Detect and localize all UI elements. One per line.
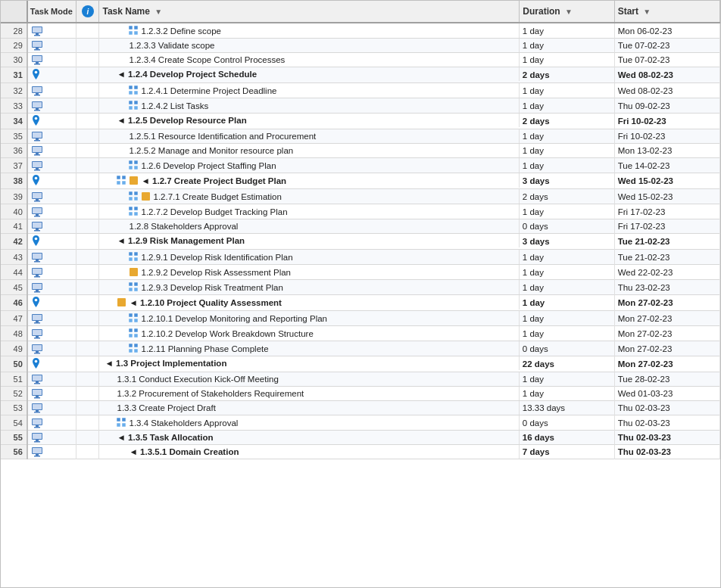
table-row[interactable]: 42◄ 1.2.9 Risk Management Plan3 daysTue …	[1, 234, 720, 250]
start-sort-icon[interactable]: ▼	[643, 8, 651, 16]
table-row[interactable]: 511.3.1 Conduct Execution Kick-Off Meeti…	[1, 372, 720, 387]
svg-rect-104	[34, 322, 40, 324]
col-header-start[interactable]: Start ▼	[614, 1, 719, 23]
svg-rect-144	[117, 423, 120, 427]
monitor-icon	[31, 131, 43, 142]
svg-rect-98	[134, 288, 138, 291]
info-cell	[76, 445, 99, 459]
info-cell	[76, 250, 99, 265]
svg-rect-74	[33, 222, 42, 228]
table-row[interactable]: 521.3.2 Procurement of Stakeholders Requ…	[1, 387, 720, 401]
row-number: 42	[1, 234, 27, 250]
duration-cell: 2 days	[520, 67, 614, 83]
info-cell	[76, 234, 99, 250]
svg-point-125	[35, 360, 38, 363]
info-cell	[76, 431, 99, 445]
table-row[interactable]: 531.3.3 Create Project Draft13.33 daysTh…	[1, 401, 720, 415]
row-number: 40	[1, 204, 27, 219]
table-row[interactable]: 541.3.4 Stakeholders Approval0 daysThu 0…	[1, 415, 720, 431]
table-row[interactable]: 34◄ 1.2.5 Develop Resource Plan2 daysFri…	[1, 114, 720, 129]
row-number: 46	[1, 295, 27, 311]
task-name-text: 1.3.4 Stakeholders Approval	[129, 418, 238, 428]
table-row[interactable]: 491.2.11 Planning Phase Complete0 daysMo…	[1, 341, 720, 356]
pin-icon	[31, 235, 41, 247]
start-cell: Wed 15-02-23	[614, 189, 719, 204]
svg-point-16	[35, 71, 38, 74]
svg-rect-132	[36, 396, 39, 397]
duration-cell: 16 days	[520, 431, 614, 445]
duration-sort-icon[interactable]: ▼	[565, 8, 573, 16]
svg-rect-81	[34, 261, 40, 263]
row-number: 53	[1, 401, 27, 415]
svg-rect-95	[129, 282, 133, 286]
task-name-cell: 1.3.4 Stakeholders Approval	[99, 415, 519, 430]
info-cell	[76, 53, 99, 67]
duration-cell: 1 day	[520, 372, 614, 387]
table-row[interactable]: 331.2.4.2 List Tasks1 dayThu 09-02-23	[1, 98, 720, 114]
task-name-text: 1.2.10.1 Develop Monitoring and Reportin…	[141, 314, 327, 323]
svg-rect-119	[36, 351, 39, 353]
row-number: 31	[1, 67, 27, 83]
table-row[interactable]: 471.2.10.1 Develop Monitoring and Report…	[1, 311, 720, 326]
svg-rect-68	[34, 216, 40, 217]
table-row[interactable]: 351.2.5.1 Resource Identification and Pr…	[1, 129, 720, 144]
table-row[interactable]: 371.2.6 Develop Project Staffing Plan1 d…	[1, 158, 720, 173]
table-row[interactable]: 401.2.7.2 Develop Budget Tracking Plan1 …	[1, 204, 720, 219]
task-name-cell: 1.2.7.1 Create Budget Estimation	[99, 189, 519, 204]
table-row[interactable]: 301.2.3.4 Create Scope Control Processes…	[1, 53, 720, 67]
table-row[interactable]: 411.2.8 Stakeholders Approval0 daysFri 1…	[1, 219, 720, 234]
task-name-text: 1.2.4.2 List Tasks	[141, 101, 208, 110]
table-row[interactable]: 441.2.9.2 Develop Risk Assessment Plan1 …	[1, 265, 720, 280]
svg-rect-141	[34, 427, 40, 428]
task-mode-cell	[27, 326, 76, 341]
task-name-text: ◄ 1.3.5.1 Domain Creation	[129, 447, 239, 456]
task-name-text: 1.2.4.1 Determine Project Deadline	[141, 86, 276, 95]
svg-rect-71	[129, 212, 133, 216]
svg-rect-135	[33, 404, 42, 409]
start-cell: Thu 02-03-23	[614, 401, 719, 415]
task-name-cell: 1.2.3.2 Define scope	[99, 23, 519, 38]
svg-rect-137	[34, 412, 40, 413]
svg-rect-4	[129, 26, 133, 30]
table-row[interactable]: 321.2.4.1 Determine Project Deadline1 da…	[1, 83, 720, 98]
table-row[interactable]: 55◄ 1.3.5 Task Allocation16 daysThu 02-0…	[1, 431, 720, 445]
row-number: 34	[1, 114, 27, 129]
svg-rect-58	[36, 199, 39, 201]
col-header-duration[interactable]: Duration ▼	[520, 1, 614, 23]
svg-rect-111	[36, 336, 39, 338]
duration-cell: 1 day	[520, 295, 614, 311]
svg-rect-113	[129, 328, 133, 332]
table-row[interactable]: 291.2.3.3 Validate scope1 dayTue 07-02-2…	[1, 39, 720, 53]
task-name-cell: 1.2.9.3 Develop Risk Treatment Plan	[99, 280, 519, 294]
task-name-text: 1.3.2 Procurement of Stakeholders Requir…	[117, 389, 304, 398]
task-name-cell: ◄ 1.2.7 Create Project Budget Plan	[99, 173, 519, 188]
table-row[interactable]: 56◄ 1.3.5.1 Domain Creation7 daysThu 02-…	[1, 445, 720, 459]
info-cell	[76, 23, 99, 39]
table-row[interactable]: 50◄ 1.3 Project Implementation22 daysMon…	[1, 356, 720, 372]
table-row[interactable]: 31◄ 1.2.4 Develop Project Schedule2 days…	[1, 67, 720, 83]
task-mode-cell	[27, 23, 76, 39]
col-header-task-mode[interactable]: Task Mode ▼	[27, 1, 76, 23]
table-row[interactable]: 481.2.10.2 Develop Work Breakdown Struct…	[1, 326, 720, 341]
start-cell: Thu 02-03-23	[614, 415, 719, 431]
table-row[interactable]: 451.2.9.3 Develop Risk Treatment Plan1 d…	[1, 280, 720, 295]
monitor-icon	[31, 432, 43, 443]
table-row[interactable]: 431.2.9.1 Develop Risk Identification Pl…	[1, 250, 720, 265]
task-name-cell: ◄ 1.3.5 Task Allocation	[99, 431, 519, 444]
table-row[interactable]: 391.2.7.1 Create Budget Estimation2 days…	[1, 189, 720, 204]
monitor-icon	[31, 40, 43, 51]
svg-rect-87	[33, 269, 42, 274]
table-row[interactable]: 361.2.5.2 Manage and Monitor resource pl…	[1, 144, 720, 158]
grid-icon	[117, 176, 126, 185]
col-header-name[interactable]: Task Name ▼	[99, 1, 520, 23]
row-number: 41	[1, 219, 27, 234]
svg-rect-92	[33, 284, 42, 289]
table-row[interactable]: 46◄ 1.2.10 Project Quality Assessment1 d…	[1, 295, 720, 311]
table-row[interactable]: 38◄ 1.2.7 Create Project Budget Plan3 da…	[1, 173, 720, 189]
name-sort-icon[interactable]: ▼	[154, 8, 162, 16]
monitor-icon	[31, 160, 43, 171]
table-row[interactable]: 281.2.3.2 Define scope1 dayMon 06-02-23	[1, 23, 720, 39]
task-name-text: 1.2.7.1 Create Budget Estimation	[153, 192, 281, 201]
task-name-text: 1.2.9.1 Develop Risk Identification Plan	[141, 253, 292, 262]
row-number: 44	[1, 265, 27, 280]
